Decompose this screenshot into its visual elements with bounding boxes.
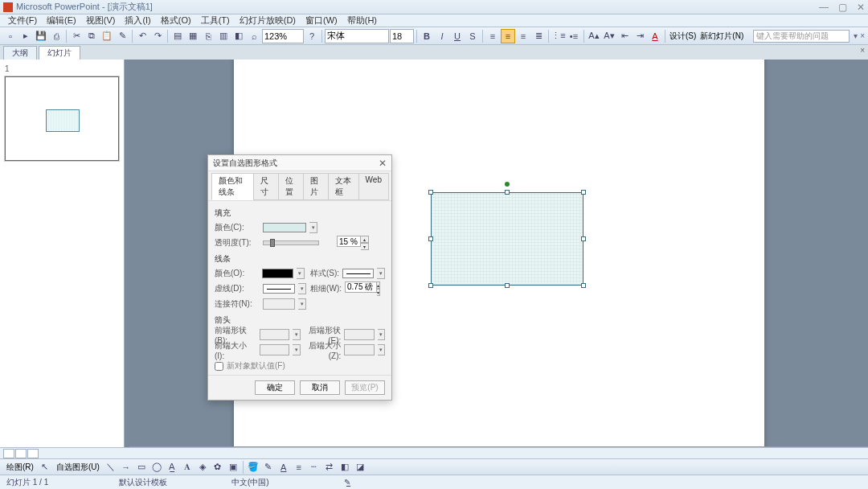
select-icon[interactable]: ↖ xyxy=(38,460,52,475)
dialog-close-button[interactable]: ✕ xyxy=(379,158,387,169)
connector-select[interactable] xyxy=(263,298,295,310)
oval-icon[interactable]: ◯ xyxy=(149,460,164,475)
clipart-icon[interactable]: ✿ xyxy=(211,460,225,475)
new-icon[interactable]: ▫ xyxy=(3,29,18,43)
slideshow-view-icon[interactable] xyxy=(27,449,39,458)
tab-outline[interactable]: 大纲 xyxy=(3,46,37,60)
hyperlink-icon[interactable]: ⎘ xyxy=(201,29,215,43)
line-color-swatch[interactable] xyxy=(262,269,293,278)
trans-up[interactable]: ▴ xyxy=(361,236,369,243)
print-icon[interactable]: ⎙ xyxy=(49,29,63,43)
picture-icon[interactable]: ▣ xyxy=(226,460,240,475)
ok-button[interactable]: 确定 xyxy=(255,380,295,395)
indent-less-icon[interactable]: ⇤ xyxy=(617,29,632,43)
align-justify-icon[interactable]: ≣ xyxy=(531,29,546,43)
begin-shape-select[interactable] xyxy=(260,329,289,340)
line-icon[interactable]: ＼ xyxy=(104,460,118,475)
design-button[interactable]: 设计(S) xyxy=(668,31,698,42)
tab-size[interactable]: 尺寸 xyxy=(253,173,279,200)
rectangle-shape[interactable] xyxy=(431,192,583,286)
italic-icon[interactable]: I xyxy=(435,29,449,43)
help-icon[interactable]: ? xyxy=(305,29,319,43)
resize-handle-w[interactable] xyxy=(428,236,433,241)
fontcolor2-icon[interactable]: A xyxy=(276,460,291,475)
resize-handle-e[interactable] xyxy=(581,236,586,241)
dashstyle-icon[interactable]: ┄ xyxy=(307,460,321,475)
new-slide-button[interactable]: 新幻灯片(N) xyxy=(698,31,745,42)
linecolor-icon[interactable]: ✎ xyxy=(261,460,276,475)
tab-textbox[interactable]: 文本框 xyxy=(328,173,359,200)
weight-input[interactable] xyxy=(345,281,377,293)
undo-icon[interactable]: ↶ xyxy=(135,29,149,43)
menu-edit[interactable]: 编辑(E) xyxy=(42,14,81,27)
line-style-select[interactable] xyxy=(342,269,374,278)
shadow2-icon[interactable]: ◧ xyxy=(338,460,352,475)
color-icon[interactable]: ◧ xyxy=(231,29,246,43)
close-button[interactable]: ✕ xyxy=(857,2,865,13)
resize-handle-se[interactable] xyxy=(581,283,586,288)
align-center-icon[interactable]: ≡ xyxy=(501,29,515,43)
bold-icon[interactable]: B xyxy=(420,29,434,43)
dash-select[interactable] xyxy=(263,284,295,294)
weight-up[interactable]: ▴ xyxy=(377,281,380,289)
preview-button[interactable]: 预览(P) xyxy=(345,380,385,395)
numbering-icon[interactable]: ⋮≡ xyxy=(551,29,566,43)
decrease-font-icon[interactable]: A▾ xyxy=(602,29,616,43)
diagram-icon[interactable]: ◈ xyxy=(195,460,210,475)
increase-font-icon[interactable]: A▴ xyxy=(587,29,601,43)
cut-icon[interactable]: ✂ xyxy=(69,29,84,43)
autoshapes-menu[interactable]: 自选图形(U) xyxy=(53,462,103,473)
menu-file[interactable]: 文件(F) xyxy=(3,14,42,27)
underline-icon[interactable]: U xyxy=(450,29,465,43)
default-checkbox-row[interactable]: 新对象默认值(F) xyxy=(215,360,385,372)
zoom-select[interactable] xyxy=(262,29,304,43)
transparency-slider[interactable] xyxy=(263,240,319,245)
trans-down[interactable]: ▾ xyxy=(361,243,369,250)
dialog-titlebar[interactable]: 设置自选图形格式 ✕ xyxy=(208,155,391,171)
begin-shape-dropdown[interactable]: ▾ xyxy=(293,329,300,340)
slider-thumb[interactable] xyxy=(270,239,275,247)
resize-handle-sw[interactable] xyxy=(428,283,433,288)
resize-handle-nw[interactable] xyxy=(428,190,433,195)
tab-position[interactable]: 位置 xyxy=(278,173,304,200)
linestyle-icon[interactable]: ≡ xyxy=(292,460,306,475)
dash-dropdown[interactable]: ▾ xyxy=(298,283,306,294)
copy-icon[interactable]: ⧉ xyxy=(84,29,99,43)
format-painter-icon[interactable]: ✎ xyxy=(115,29,129,43)
menu-help[interactable]: 帮助(H) xyxy=(342,14,382,27)
font-select[interactable] xyxy=(325,29,389,43)
open-icon[interactable]: ▸ xyxy=(18,29,33,43)
menu-insert[interactable]: 插入(I) xyxy=(120,14,155,27)
menu-tools[interactable]: 工具(T) xyxy=(196,14,235,27)
begin-size-dropdown[interactable]: ▾ xyxy=(293,344,300,355)
weight-spinner[interactable]: ▴▾ xyxy=(345,281,380,296)
minimize-button[interactable]: ― xyxy=(819,2,829,13)
line-color-dropdown[interactable]: ▾ xyxy=(297,268,305,279)
resize-handle-n[interactable] xyxy=(505,190,510,195)
rotate-handle[interactable] xyxy=(505,182,510,187)
rect-icon[interactable]: ▭ xyxy=(134,460,149,475)
normal-view-icon[interactable] xyxy=(3,449,14,458)
chart-icon[interactable]: ▤ xyxy=(170,29,185,43)
transparency-input[interactable] xyxy=(337,236,361,247)
3d-icon[interactable]: ◪ xyxy=(353,460,367,475)
menu-format[interactable]: 格式(O) xyxy=(156,14,196,27)
arrowstyle-icon[interactable]: ⇄ xyxy=(322,460,337,475)
end-shape-select[interactable] xyxy=(344,329,374,340)
bullets-icon[interactable]: •≡ xyxy=(567,29,581,43)
table-icon[interactable]: ▦ xyxy=(186,29,200,43)
weight-down[interactable]: ▾ xyxy=(377,289,380,296)
slide-thumbnail-1[interactable] xyxy=(5,76,119,161)
fill-color-dropdown[interactable]: ▾ xyxy=(309,222,317,233)
save-icon[interactable]: 💾 xyxy=(34,29,48,43)
textbox-icon[interactable]: A̲ xyxy=(165,460,179,475)
end-size-select[interactable] xyxy=(344,344,374,355)
shadow-icon[interactable]: S xyxy=(465,29,480,43)
align-left-icon[interactable]: ≡ xyxy=(485,29,500,43)
fillcolor-icon[interactable]: 🪣 xyxy=(246,460,260,475)
default-checkbox[interactable] xyxy=(215,362,223,371)
tab-slides[interactable]: 幻灯片 xyxy=(39,46,80,60)
menu-slideshow[interactable]: 幻灯片放映(D) xyxy=(235,14,301,27)
status-spellcheck-icon[interactable]: ✎̲ xyxy=(344,478,424,487)
help-search-box[interactable]: 键入需要帮助的问题 xyxy=(753,30,850,43)
